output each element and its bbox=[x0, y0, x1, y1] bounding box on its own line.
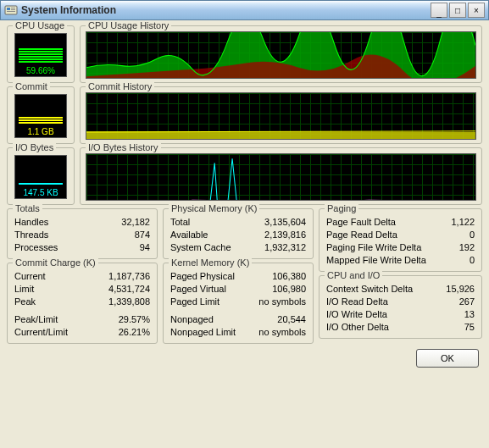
pm-avail-label: Available bbox=[170, 229, 208, 241]
ci-iod-value: 75 bbox=[464, 321, 475, 334]
cc-curlimit-label: Current/Limit bbox=[14, 326, 68, 339]
svg-rect-4 bbox=[7, 11, 15, 12]
cpu-history-graph bbox=[86, 31, 476, 79]
minimize-button[interactable]: _ bbox=[431, 3, 447, 18]
threads-label: Threads bbox=[14, 229, 48, 241]
cpu-history-legend: CPU Usage History bbox=[86, 20, 171, 30]
commit-gauge: 1.1 GB bbox=[14, 94, 67, 138]
cpu-usage-value: 59.66% bbox=[15, 66, 66, 75]
cc-peaklimit-label: Peak/Limit bbox=[14, 313, 58, 326]
km-pvirt-label: Paged Virtual bbox=[170, 283, 226, 296]
ci-iwd-label: I/O Write Delta bbox=[326, 308, 387, 321]
pg-mfwd-value: 0 bbox=[470, 254, 475, 267]
svg-rect-5 bbox=[86, 132, 475, 140]
app-icon bbox=[4, 3, 18, 17]
totals-box: Totals Handles32,182 Threads874 Processe… bbox=[7, 208, 158, 259]
close-button[interactable]: × bbox=[468, 3, 485, 18]
km-nplimit-label: Nonpaged Limit bbox=[170, 326, 236, 339]
pm-total-value: 3,135,604 bbox=[264, 216, 306, 229]
commit-legend: Commit bbox=[13, 81, 50, 91]
commit-history-box: Commit History bbox=[80, 86, 482, 144]
pg-pfwd-value: 192 bbox=[459, 241, 475, 254]
cc-current-value: 1,187,736 bbox=[108, 270, 150, 283]
threads-value: 874 bbox=[135, 229, 150, 241]
pg-pfd-label: Page Fault Delta bbox=[326, 216, 396, 229]
ci-ird-label: I/O Read Delta bbox=[326, 296, 388, 308]
pg-prd-label: Page Read Delta bbox=[326, 229, 397, 241]
io-box: I/O Bytes 147.5 KB bbox=[7, 147, 75, 205]
km-np-label: Nonpaged bbox=[170, 313, 214, 326]
totals-legend: Totals bbox=[13, 203, 42, 213]
km-np-value: 20,544 bbox=[277, 313, 306, 326]
content-area: CPU Usage 59.66% CPU Usage History bbox=[0, 20, 489, 374]
processes-value: 94 bbox=[140, 241, 150, 254]
cpu-usage-legend: CPU Usage bbox=[13, 20, 67, 30]
commit-charge-box: Commit Charge (K) Current1,187,736 Limit… bbox=[7, 263, 158, 344]
ci-ird-value: 267 bbox=[459, 296, 475, 308]
paging-legend: Paging bbox=[325, 203, 358, 213]
cpu-usage-box: CPU Usage 59.66% bbox=[7, 25, 75, 83]
ok-button[interactable]: OK bbox=[416, 349, 479, 368]
km-pphys-value: 106,380 bbox=[272, 270, 306, 283]
commit-box: Commit 1.1 GB bbox=[7, 86, 75, 144]
cpu-usage-gauge: 59.66% bbox=[14, 33, 67, 77]
io-history-graph bbox=[86, 153, 476, 201]
km-pphys-label: Paged Physical bbox=[170, 270, 235, 283]
ci-csd-value: 15,926 bbox=[446, 283, 475, 296]
phys-mem-legend: Physical Memory (K) bbox=[169, 203, 259, 213]
kernel-mem-legend: Kernel Memory (K) bbox=[169, 257, 252, 268]
commit-history-graph bbox=[86, 92, 476, 140]
svg-rect-3 bbox=[11, 9, 15, 10]
km-pvirt-value: 106,980 bbox=[272, 283, 306, 296]
io-legend: I/O Bytes bbox=[13, 142, 56, 152]
io-history-legend: I/O Bytes History bbox=[86, 142, 161, 152]
ci-iwd-value: 13 bbox=[464, 308, 475, 321]
processes-label: Processes bbox=[14, 241, 58, 254]
cc-peak-value: 1,339,808 bbox=[108, 296, 150, 308]
titlebar: System Information _ □ × bbox=[0, 0, 489, 20]
pg-prd-value: 0 bbox=[470, 229, 475, 241]
pm-avail-value: 2,139,816 bbox=[264, 229, 306, 241]
pm-cache-value: 1,932,312 bbox=[264, 241, 306, 254]
window-title: System Information bbox=[18, 4, 431, 16]
cpu-io-box: CPU and I/O Context Switch Delta15,926 I… bbox=[319, 275, 482, 339]
cc-peaklimit-value: 29.57% bbox=[119, 313, 150, 326]
cc-current-label: Current bbox=[14, 270, 46, 283]
km-nplimit-value: no symbols bbox=[258, 326, 306, 339]
ci-csd-label: Context Switch Delta bbox=[326, 283, 413, 296]
phys-mem-box: Physical Memory (K) Total3,135,604 Avail… bbox=[163, 208, 314, 259]
km-plimit-label: Paged Limit bbox=[170, 296, 219, 308]
handles-label: Handles bbox=[14, 216, 48, 229]
pg-pfd-value: 1,122 bbox=[451, 216, 475, 229]
pm-cache-label: System Cache bbox=[170, 241, 231, 254]
km-plimit-value: no symbols bbox=[258, 296, 306, 308]
commit-history-legend: Commit History bbox=[86, 81, 154, 91]
io-value: 147.5 KB bbox=[15, 188, 66, 197]
svg-rect-2 bbox=[11, 8, 15, 8]
commit-charge-legend: Commit Charge (K) bbox=[13, 257, 98, 268]
cc-peak-label: Peak bbox=[14, 296, 36, 308]
cc-limit-label: Limit bbox=[14, 283, 34, 296]
paging-box: Paging Page Fault Delta1,122 Page Read D… bbox=[319, 208, 482, 272]
commit-value: 1.1 GB bbox=[15, 127, 66, 136]
svg-rect-1 bbox=[7, 8, 10, 10]
maximize-button[interactable]: □ bbox=[449, 3, 466, 18]
cpu-history-box: CPU Usage History bbox=[80, 25, 482, 83]
kernel-mem-box: Kernel Memory (K) Paged Physical106,380 … bbox=[163, 263, 314, 344]
io-gauge: 147.5 KB bbox=[14, 155, 67, 199]
cpu-io-legend: CPU and I/O bbox=[325, 270, 382, 280]
cc-curlimit-value: 26.21% bbox=[119, 326, 150, 339]
ci-iod-label: I/O Other Delta bbox=[326, 321, 389, 334]
pm-total-label: Total bbox=[170, 216, 190, 229]
io-history-box: I/O Bytes History bbox=[80, 147, 482, 205]
pg-pfwd-label: Paging File Write Delta bbox=[326, 241, 421, 254]
cc-limit-value: 4,531,724 bbox=[108, 283, 150, 296]
handles-value: 32,182 bbox=[121, 216, 150, 229]
pg-mfwd-label: Mapped File Write Delta bbox=[326, 254, 426, 267]
